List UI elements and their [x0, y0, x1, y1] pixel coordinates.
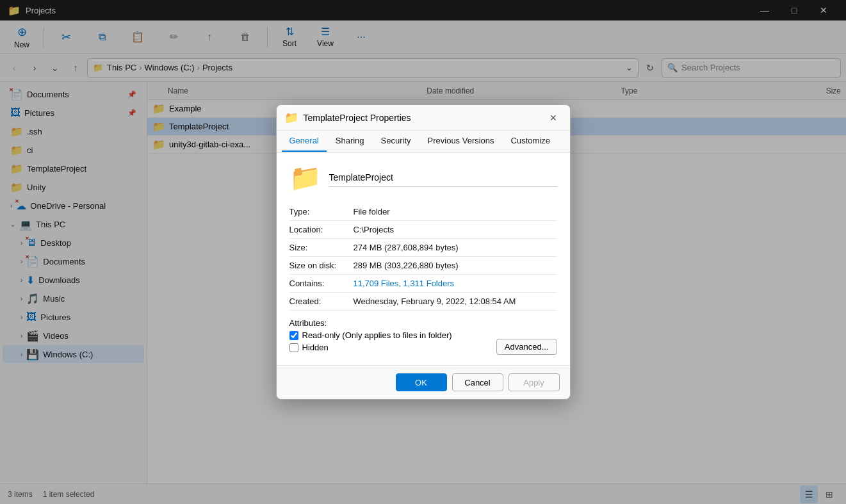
- attributes-label: Attributes:: [289, 318, 496, 328]
- prop-row-created: Created: Wednesday, February 9, 2022, 12…: [289, 293, 557, 311]
- dialog-title-bar: 📁 TemplateProject Properties ✕: [277, 105, 570, 131]
- prop-row-type: Type: File folder: [289, 203, 557, 221]
- prop-row-contains: Contains: 11,709 Files, 1,311 Folders: [289, 275, 557, 293]
- dialog-overlay: 📁 TemplateProject Properties ✕ General S…: [0, 0, 846, 504]
- prop-row-size: Size: 274 MB (287,608,894 bytes): [289, 239, 557, 257]
- hidden-attribute: Hidden: [289, 343, 496, 352]
- properties-table: Type: File folder Location: C:\Projects …: [289, 203, 557, 311]
- apply-button[interactable]: Apply: [508, 373, 560, 391]
- prop-label-size-disk: Size on disk:: [289, 257, 354, 275]
- tab-general[interactable]: General: [282, 131, 327, 152]
- prop-label-type: Type:: [289, 203, 354, 221]
- prop-label-size: Size:: [289, 239, 354, 257]
- tab-previous-versions[interactable]: Previous Versions: [420, 131, 502, 152]
- readonly-label: Read-only (Only applies to files in fold…: [302, 330, 452, 340]
- prop-value-size-disk: 289 MB (303,226,880 bytes): [354, 257, 557, 275]
- prop-row-size-disk: Size on disk: 289 MB (303,226,880 bytes): [289, 257, 557, 275]
- dialog-name-row: 📁: [289, 163, 557, 193]
- properties-dialog: 📁 TemplateProject Properties ✕ General S…: [276, 104, 571, 400]
- dialog-tabs: General Sharing Security Previous Versio…: [277, 131, 570, 152]
- prop-value-size: 274 MB (287,608,894 bytes): [354, 239, 557, 257]
- prop-label-contains: Contains:: [289, 275, 354, 293]
- dialog-folder-icon: 📁: [284, 111, 298, 125]
- dialog-footer: OK Cancel Apply: [277, 365, 570, 399]
- attributes-section: Attributes: Read-only (Only applies to f…: [289, 318, 557, 355]
- tab-customize[interactable]: Customize: [503, 131, 558, 152]
- readonly-attribute: Read-only (Only applies to files in fold…: [289, 330, 496, 340]
- prop-label-created: Created:: [289, 293, 354, 311]
- advanced-button[interactable]: Advanced...: [496, 339, 557, 355]
- dialog-close-button[interactable]: ✕: [544, 109, 562, 127]
- prop-value-contains: 11,709 Files, 1,311 Folders: [354, 275, 557, 293]
- prop-label-location: Location:: [289, 221, 354, 239]
- prop-value-created: Wednesday, February 9, 2022, 12:08:54 AM: [354, 293, 557, 311]
- folder-name-input[interactable]: [329, 169, 557, 187]
- dialog-big-folder-icon: 📁: [289, 163, 321, 193]
- readonly-checkbox[interactable]: [289, 331, 298, 340]
- dialog-title: TemplateProject Properties: [304, 113, 544, 123]
- cancel-button[interactable]: Cancel: [452, 373, 503, 391]
- prop-row-location: Location: C:\Projects: [289, 221, 557, 239]
- hidden-label: Hidden: [302, 343, 329, 352]
- prop-value-location: C:\Projects: [354, 221, 557, 239]
- dialog-body: 📁 Type: File folder Location: C:\Project…: [277, 152, 570, 365]
- hidden-checkbox[interactable]: [289, 343, 298, 352]
- prop-value-type: File folder: [354, 203, 557, 221]
- tab-security[interactable]: Security: [373, 131, 419, 152]
- tab-sharing[interactable]: Sharing: [328, 131, 372, 152]
- ok-button[interactable]: OK: [396, 373, 447, 391]
